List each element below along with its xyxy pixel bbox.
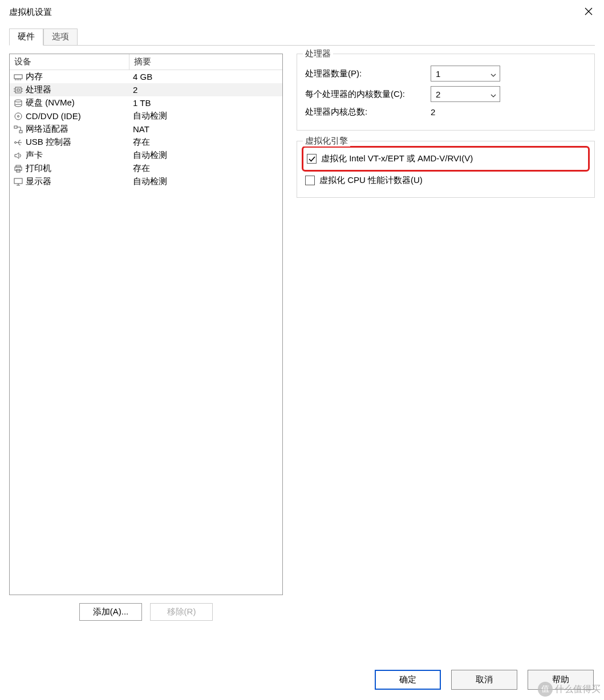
left-column: 设备 摘要 内存4 GB处理器2硬盘 (NVMe)1 TBCD/DVD (IDE… [9, 54, 283, 621]
title-bar: 虚拟机设置 [0, 0, 604, 24]
device-name: USB 控制器 [26, 137, 71, 148]
device-summary: 1 TB [129, 97, 282, 109]
device-row[interactable]: 网络适配器NAT [10, 123, 282, 136]
add-device-button[interactable]: 添加(A)... [79, 603, 142, 621]
memory-icon [13, 72, 23, 82]
dialog-content: 硬件 选项 设备 摘要 内存4 GB处理器2硬盘 (NVMe)1 TBCD/DV… [0, 24, 604, 630]
processors-group-title: 处理器 [303, 48, 333, 59]
device-row[interactable]: 显示器自动检测 [10, 175, 282, 188]
device-summary: 自动检测 [129, 149, 282, 162]
label-perf: 虚拟化 CPU 性能计数器(U) [319, 175, 423, 186]
cpu-icon [13, 86, 23, 95]
device-name: 内存 [26, 71, 43, 82]
tabs: 硬件 选项 [9, 29, 595, 46]
label-cores-per-proc: 每个处理器的内核数量(C): [305, 89, 431, 100]
svg-rect-25 [14, 178, 22, 184]
virt-engine-group: 虚拟化引擎 虚拟化 Intel VT-x/EPT 或 AMD-V/RVI(V) … [297, 141, 595, 198]
device-name: 打印机 [26, 163, 51, 174]
svg-rect-23 [15, 167, 22, 170]
chevron-down-icon [491, 89, 496, 99]
svg-point-13 [15, 100, 22, 102]
cancel-button[interactable]: 取消 [451, 670, 517, 690]
right-column: 处理器 处理器数量(P): 1 每个处理器的内核数量(C): 2 [297, 54, 595, 621]
svg-point-16 [18, 115, 19, 117]
svg-point-19 [15, 141, 17, 143]
svg-rect-17 [14, 126, 17, 128]
remove-device-button[interactable]: 移除(R) [150, 603, 213, 621]
disk-icon [13, 99, 23, 108]
device-summary: 2 [129, 84, 282, 96]
checkbox-row-perf[interactable]: 虚拟化 CPU 性能计数器(U) [305, 175, 586, 186]
svg-rect-18 [19, 131, 22, 133]
device-row[interactable]: 内存4 GB [10, 70, 282, 83]
processors-group: 处理器 处理器数量(P): 1 每个处理器的内核数量(C): 2 [297, 54, 595, 131]
row-cores-per-proc: 每个处理器的内核数量(C): 2 [305, 86, 586, 102]
svg-rect-7 [15, 87, 21, 93]
device-row[interactable]: 处理器2 [10, 83, 282, 96]
label-total-cores: 处理器内核总数: [305, 107, 431, 117]
device-row[interactable]: CD/DVD (IDE)自动检测 [10, 109, 282, 123]
row-total-cores: 处理器内核总数: 2 [305, 107, 586, 117]
device-name: 声卡 [26, 150, 43, 161]
svg-rect-8 [17, 89, 19, 91]
device-name: 显示器 [26, 176, 51, 187]
close-button[interactable] [575, 3, 602, 21]
virt-engine-group-title: 虚拟化引擎 [303, 136, 350, 146]
window-title: 虚拟机设置 [9, 7, 52, 18]
net-icon [13, 125, 23, 134]
row-proc-count: 处理器数量(P): 1 [305, 66, 586, 82]
device-summary: 自动检测 [129, 109, 282, 123]
device-summary: 存在 [129, 136, 282, 149]
checkbox-perf[interactable] [305, 176, 315, 185]
value-total-cores: 2 [431, 107, 435, 117]
printer-icon [13, 164, 23, 173]
dialog-button-row: 确定 取消 帮助 [375, 670, 594, 690]
display-icon [13, 177, 23, 186]
usb-icon [13, 138, 23, 147]
device-buttons: 添加(A)... 移除(R) [9, 603, 283, 621]
device-summary: 存在 [129, 162, 282, 175]
device-name: 网络适配器 [26, 124, 68, 135]
device-name: 硬盘 (NVMe) [26, 97, 75, 108]
svg-rect-2 [14, 75, 22, 79]
tab-options[interactable]: 选项 [43, 29, 78, 45]
header-device: 设备 [10, 54, 129, 70]
device-list-header: 设备 摘要 [10, 54, 282, 70]
hardware-panel: 设备 摘要 内存4 GB处理器2硬盘 (NVMe)1 TBCD/DVD (IDE… [9, 46, 595, 621]
device-summary: 4 GB [129, 71, 282, 83]
select-proc-count[interactable]: 1 [431, 66, 500, 82]
select-cores-per-proc[interactable]: 2 [431, 86, 500, 102]
checkbox-row-vt[interactable]: 虚拟化 Intel VT-x/EPT 或 AMD-V/RVI(V) [307, 153, 585, 164]
vt-highlight: 虚拟化 Intel VT-x/EPT 或 AMD-V/RVI(V) [302, 146, 590, 172]
cd-icon [13, 112, 23, 121]
device-row[interactable]: USB 控制器存在 [10, 136, 282, 149]
svg-point-14 [15, 104, 22, 107]
select-cores-value: 2 [436, 89, 440, 99]
svg-point-15 [15, 113, 22, 120]
device-row[interactable]: 打印机存在 [10, 162, 282, 175]
checkbox-vt[interactable] [307, 154, 317, 164]
ok-button[interactable]: 确定 [375, 670, 441, 690]
device-list: 设备 摘要 内存4 GB处理器2硬盘 (NVMe)1 TBCD/DVD (IDE… [9, 54, 283, 595]
sound-icon [13, 151, 23, 160]
device-row[interactable]: 硬盘 (NVMe)1 TB [10, 96, 282, 109]
select-proc-count-value: 1 [436, 69, 440, 79]
header-summary: 摘要 [129, 54, 282, 70]
svg-marker-21 [15, 153, 19, 158]
chevron-down-icon [491, 69, 496, 79]
help-button[interactable]: 帮助 [528, 670, 594, 690]
tab-hardware[interactable]: 硬件 [9, 29, 43, 46]
device-summary: NAT [129, 123, 282, 135]
device-name: CD/DVD (IDE) [26, 111, 81, 121]
label-proc-count: 处理器数量(P): [305, 68, 431, 79]
device-summary: 自动检测 [129, 175, 282, 188]
close-icon [585, 7, 593, 17]
device-row[interactable]: 声卡自动检测 [10, 149, 282, 162]
device-name: 处理器 [26, 84, 51, 95]
label-vt: 虚拟化 Intel VT-x/EPT 或 AMD-V/RVI(V) [321, 153, 473, 164]
